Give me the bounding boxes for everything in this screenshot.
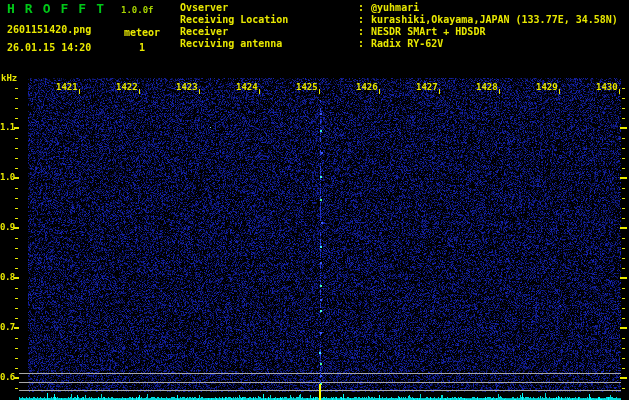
- time-tick-label: 1423: [176, 82, 198, 92]
- info-row-observer: Ovserver:@yuhmari: [180, 2, 618, 14]
- info-separator: :: [358, 14, 364, 25]
- time-tick-label: 1430: [596, 82, 618, 92]
- time-tick-label: 1427: [416, 82, 438, 92]
- freq-tick-label: 1.0: [0, 172, 13, 182]
- time-tick-label: 1426: [356, 82, 378, 92]
- app-version: 1.0.0f: [121, 5, 154, 16]
- info-label: Receiving Location: [180, 14, 358, 26]
- observer-info-block: Ovserver:@yuhmari Receiving Location:kur…: [180, 2, 618, 50]
- freq-tick-label: 0.7: [0, 322, 13, 332]
- info-row-location: Receiving Location:kurashiki,Okayama,JAP…: [180, 14, 618, 26]
- info-value: @yuhmari: [371, 2, 419, 13]
- observation-datetime: 26.01.15 14:20: [7, 42, 91, 53]
- info-row-receiver: Receiver:NESDR SMArt + HDSDR: [180, 26, 618, 38]
- info-value: Radix RY-62V: [371, 38, 443, 49]
- freq-tick-label: 1.1: [0, 122, 13, 132]
- output-filename: 2601151420.png: [7, 24, 91, 35]
- info-value: NESDR SMArt + HDSDR: [371, 26, 485, 37]
- hrofft-screen: HROFFT 1.0.0f 2601151420.png meteor 26.0…: [0, 0, 629, 400]
- freq-tick-label: 0.6: [0, 372, 13, 382]
- spectrogram-canvas: [0, 0, 629, 400]
- freq-tick-label: 0.8: [0, 272, 13, 282]
- time-tick-label: 1428: [476, 82, 498, 92]
- time-tick-label: 1424: [236, 82, 258, 92]
- info-row-antenna: Recviving antenna:Radix RY-62V: [180, 38, 618, 50]
- info-separator: :: [358, 26, 364, 37]
- app-title: HROFFT: [7, 3, 114, 14]
- time-tick-label: 1421: [56, 82, 78, 92]
- info-separator: :: [358, 2, 364, 13]
- freq-tick-label: 0.9: [0, 222, 13, 232]
- info-label: Receiver: [180, 26, 358, 38]
- info-label: Ovserver: [180, 2, 358, 14]
- info-value: kurashiki,Okayama,JAPAN (133.77E, 34.58N…: [371, 14, 618, 25]
- info-separator: :: [358, 38, 364, 49]
- time-tick-label: 1425: [296, 82, 318, 92]
- info-label: Recviving antenna: [180, 38, 358, 50]
- channel-number: 1: [139, 42, 145, 53]
- time-tick-label: 1429: [536, 82, 558, 92]
- time-tick-label: 1422: [116, 82, 138, 92]
- observation-mode: meteor: [124, 27, 160, 38]
- y-axis-unit-label: kHz: [1, 73, 17, 84]
